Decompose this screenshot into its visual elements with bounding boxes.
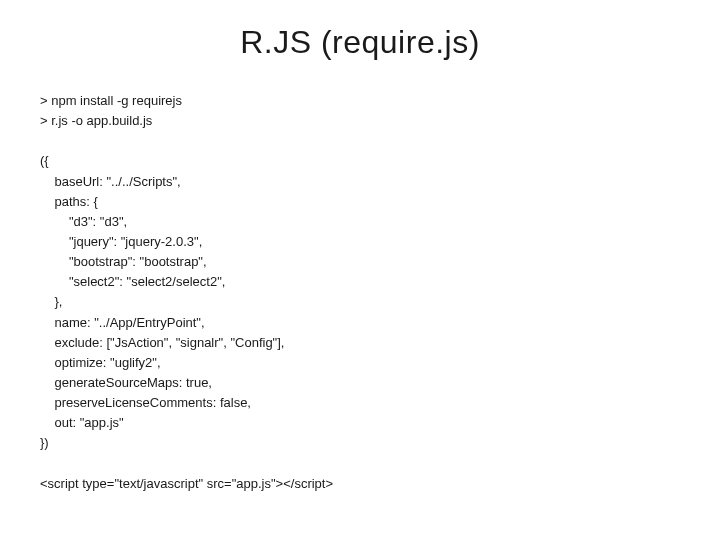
- slide-title: R.JS (require.js): [40, 24, 680, 61]
- slide: R.JS (require.js) > npm install -g requi…: [0, 0, 720, 540]
- code-block: > npm install -g requirejs > r.js -o app…: [40, 91, 680, 494]
